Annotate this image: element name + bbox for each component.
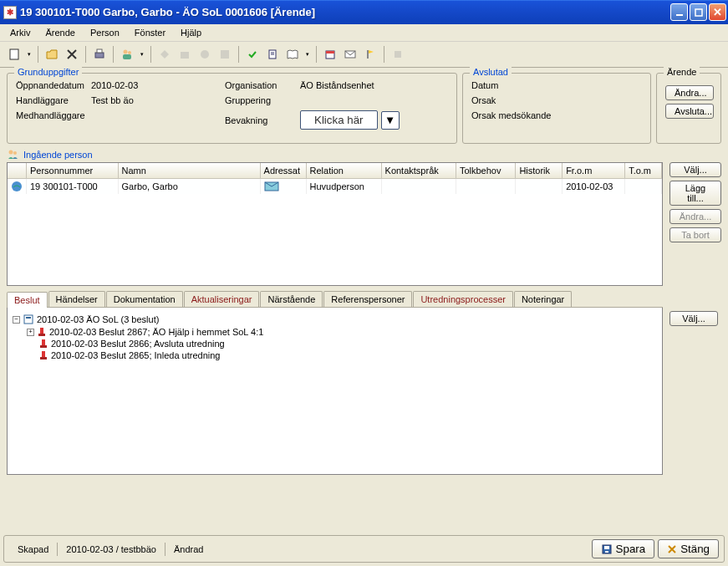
- person-andra-button[interactable]: Ändra...: [669, 209, 721, 224]
- collapse-icon[interactable]: −: [13, 316, 20, 324]
- close-button[interactable]: ✕: [709, 3, 726, 21]
- col-from[interactable]: Fr.o.m: [563, 163, 625, 178]
- col-adressat[interactable]: Adressat: [260, 163, 306, 178]
- people-dropdown[interactable]: ▾: [138, 51, 146, 58]
- svg-point-6: [128, 51, 131, 54]
- oppnande-label: Öppnandedatum: [16, 80, 91, 90]
- svg-point-5: [124, 50, 128, 54]
- tree-root-label: 2010-02-03 ÄO SoL (3 beslut): [37, 314, 159, 324]
- tab-handelser[interactable]: Händelser: [48, 291, 105, 307]
- menu-fonster[interactable]: Fönster: [128, 26, 172, 39]
- svg-rect-3: [95, 53, 104, 58]
- menu-arkiv[interactable]: Arkiv: [3, 26, 37, 39]
- tool3-icon[interactable]: [196, 45, 214, 64]
- minimize-button[interactable]: [670, 3, 688, 21]
- klicka-har-button[interactable]: Klicka här: [300, 110, 378, 130]
- tree-red-icon: [38, 350, 48, 360]
- menu-person[interactable]: Person: [84, 26, 126, 39]
- tree-child-1[interactable]: 2010-02-03 Beslut 2866; Avsluta utrednin…: [13, 338, 657, 349]
- svg-rect-0: [676, 14, 683, 16]
- tab-utredning[interactable]: Utredningsprocesser: [413, 291, 513, 307]
- flag-icon[interactable]: [361, 45, 379, 64]
- avslut-title: Avslutad: [470, 67, 512, 77]
- tab-noteringar[interactable]: Noteringar: [514, 291, 572, 307]
- tab-referens[interactable]: Referenspersoner: [323, 291, 412, 307]
- tool2-icon[interactable]: [176, 45, 194, 64]
- spara-button[interactable]: Spara: [592, 539, 655, 558]
- mail-icon[interactable]: [341, 45, 359, 64]
- delete-icon[interactable]: [63, 45, 81, 64]
- tree-child-2[interactable]: 2010-02-03 Beslut 2865; Inleda utredning: [13, 349, 657, 361]
- book-icon[interactable]: [283, 45, 302, 64]
- row-hist: [516, 178, 563, 194]
- tool-end-icon[interactable]: [389, 45, 407, 64]
- avsluta-button[interactable]: Avsluta...: [665, 104, 714, 119]
- col-relation[interactable]: Relation: [306, 163, 381, 178]
- col-tom[interactable]: T.o.m: [625, 163, 662, 178]
- tab-narstaende[interactable]: Närstående: [260, 291, 323, 307]
- window-controls: ✕: [670, 3, 726, 21]
- person-grid[interactable]: Personnummer Namn Adressat Relation Kont…: [7, 162, 663, 286]
- stang-button[interactable]: Stäng: [658, 539, 719, 558]
- tab-beslut[interactable]: Beslut: [7, 292, 48, 308]
- stang-label: Stäng: [680, 543, 710, 555]
- person-lagg-button[interactable]: Lägg till...: [669, 181, 721, 206]
- print-icon[interactable]: [90, 45, 109, 64]
- tool4-icon[interactable]: [216, 45, 234, 64]
- calendar-icon[interactable]: [321, 45, 339, 64]
- tab-dokumentation[interactable]: Dokumentation: [106, 291, 183, 307]
- person-header: Ingående person: [7, 149, 721, 161]
- svg-rect-1: [695, 9, 702, 16]
- tab-aktualiseringar[interactable]: Aktualiseringar: [184, 291, 260, 307]
- maximize-button[interactable]: [690, 3, 707, 21]
- oppnande-value: 2010-02-03: [91, 80, 138, 90]
- expand-icon[interactable]: +: [27, 329, 34, 336]
- svg-rect-23: [24, 315, 33, 324]
- new-dropdown[interactable]: ▾: [25, 51, 33, 58]
- menubar: Arkiv Ärende Person Fönster Hjälp: [0, 24, 728, 42]
- bevakning-dropdown-button[interactable]: ▼: [381, 111, 400, 130]
- person-valj-button[interactable]: Välj...: [669, 162, 721, 177]
- spara-label: Spara: [616, 543, 646, 555]
- col-kontakt[interactable]: Kontaktspråk: [381, 163, 456, 178]
- col-tolk[interactable]: Tolkbehov: [456, 163, 515, 178]
- tool1-icon[interactable]: [155, 45, 174, 64]
- new-icon[interactable]: [5, 45, 23, 64]
- book-dropdown[interactable]: ▾: [303, 51, 312, 58]
- status-andrad-label: Ändrad: [165, 543, 211, 556]
- person-row[interactable]: 19 300101-T000 Garbo, Garbo Huvudperson …: [8, 178, 662, 194]
- tree-root[interactable]: − 2010-02-03 ÄO SoL (3 beslut): [13, 313, 657, 326]
- tabs-valj-button[interactable]: Välj...: [669, 311, 718, 326]
- avslut-orsakmed-label: Orsak medsökande: [471, 110, 551, 120]
- row-tolk: [456, 178, 515, 194]
- save-icon: [601, 543, 613, 555]
- tree-child-0[interactable]: + 2010-02-03 Beslut 2867; ÄO Hjälp i hem…: [13, 326, 657, 338]
- svg-rect-10: [221, 50, 229, 59]
- check-icon[interactable]: [243, 45, 262, 64]
- open-icon[interactable]: [43, 45, 61, 64]
- col-pnr[interactable]: Personnummer: [27, 163, 119, 178]
- people-small-icon: [7, 149, 20, 161]
- svg-rect-2: [10, 49, 18, 59]
- row-namn: Garbo, Garbo: [118, 178, 260, 194]
- svg-point-9: [201, 50, 209, 59]
- andra-button[interactable]: Ändra...: [665, 85, 714, 100]
- svg-rect-29: [42, 351, 45, 357]
- app-icon: ✱: [3, 6, 17, 19]
- menu-arende[interactable]: Ärende: [38, 26, 81, 39]
- grunduppgifter-fieldset: Grunduppgifter Öppnandedatum2010-02-03 H…: [7, 73, 457, 144]
- doc-icon[interactable]: [263, 45, 282, 64]
- statusbar: Skapad 2010-02-03 / testbbäo Ändrad Spar…: [3, 535, 725, 563]
- people-icon[interactable]: [118, 45, 136, 64]
- col-icon[interactable]: [8, 163, 27, 178]
- row-kontakt: [381, 178, 456, 194]
- window-title: 19 300101-T000 Garbo, Garbo - ÄO SoL 000…: [20, 6, 670, 18]
- tree-child-1-label: 2010-02-03 Beslut 2866; Avsluta utrednin…: [51, 339, 225, 349]
- col-namn[interactable]: Namn: [118, 163, 260, 178]
- svg-rect-18: [395, 51, 401, 58]
- svg-rect-4: [97, 49, 102, 53]
- person-tabort-button[interactable]: Ta bort: [669, 227, 721, 242]
- svg-rect-26: [38, 334, 45, 336]
- col-hist[interactable]: Historik: [516, 163, 563, 178]
- menu-hjalp[interactable]: Hjälp: [174, 26, 208, 39]
